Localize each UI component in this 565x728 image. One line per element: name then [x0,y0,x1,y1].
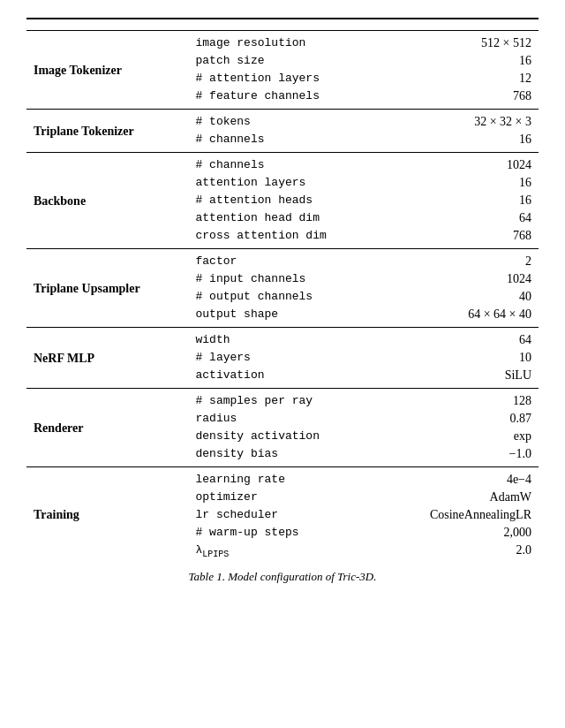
value-cell: 768 [383,87,539,110]
value-cell: 16 [383,52,539,70]
section-label-triplane-upsampler: Triplane Upsampler [26,249,189,328]
value-cell: 64 × 64 × 40 [383,306,539,328]
section-label-image-tokenizer: Image Tokenizer [26,31,189,110]
param-name-cell: density activation [189,428,383,445]
param-name-cell: learning rate [189,467,383,489]
value-cell: 16 [383,192,539,209]
value-header [189,19,383,31]
value-cell: 1024 [383,270,539,288]
param-name-cell: # attention layers [189,70,383,87]
section-label-training: Training [26,467,189,561]
value-cell: 10 [383,349,539,367]
value-cell: 12 [383,70,539,87]
param-name-cell: cross attention dim [189,227,383,249]
param-name-cell: output shape [189,306,383,328]
value-cell: 2 [383,249,539,271]
value-cell: exp [383,428,539,445]
section-label-triplane-tokenizer: Triplane Tokenizer [26,110,189,153]
value-cell: 512 × 512 [383,31,539,53]
param-name-cell: radius [189,410,383,428]
table-caption: Table 1. Model configuration of Tric-3D. [189,570,377,584]
param-name-cell: width [189,328,383,350]
value-cell: 1024 [383,153,539,175]
param-name-cell: # layers [189,349,383,367]
param-name-cell: λLPIPS [189,542,383,561]
param-name-cell: # output channels [189,288,383,306]
param-name-cell: # input channels [189,270,383,288]
param-name-cell: factor [189,249,383,271]
value-cell: 2,000 [383,524,539,542]
value-cell: 64 [383,209,539,227]
param-name-cell: optimizer [189,489,383,506]
param-name-cell: # attention heads [189,192,383,209]
value-cell: 2.0 [383,542,539,561]
param-name-cell: # tokens [189,110,383,132]
param-name-cell: attention head dim [189,209,383,227]
value-cell: −1.0 [383,445,539,467]
value-cell: 16 [383,131,539,153]
value-cell: 16 [383,174,539,192]
section-label-nerf-mlp: NeRF MLP [26,328,189,389]
value-cell: 0.87 [383,410,539,428]
param-name-cell: patch size [189,52,383,70]
param-name-cell: # samples per ray [189,389,383,411]
value-cell: 768 [383,227,539,249]
value-cell: CosineAnnealingLR [383,506,539,524]
section-label-renderer: Renderer [26,389,189,467]
value-cell: SiLU [383,367,539,389]
param-name-cell: # channels [189,131,383,153]
param-name-cell: image resolution [189,31,383,53]
value-cell: 4e−4 [383,467,539,489]
section-label-backbone: Backbone [26,153,189,249]
param-name-cell: # channels [189,153,383,175]
value-cell: 40 [383,288,539,306]
value-cell: AdamW [383,489,539,506]
param-name-cell: # feature channels [189,87,383,110]
param-name-cell: # warm-up steps [189,524,383,542]
config-table: Image Tokenizerimage resolution512 × 512… [26,18,539,561]
param-name-cell: activation [189,367,383,389]
value-cell: 32 × 32 × 3 [383,110,539,132]
param-name-cell: density bias [189,445,383,467]
value-cell: 128 [383,389,539,411]
value-cell: 64 [383,328,539,350]
param-name-cell: lr scheduler [189,506,383,524]
param-header [26,19,189,31]
param-name-cell: attention layers [189,174,383,192]
